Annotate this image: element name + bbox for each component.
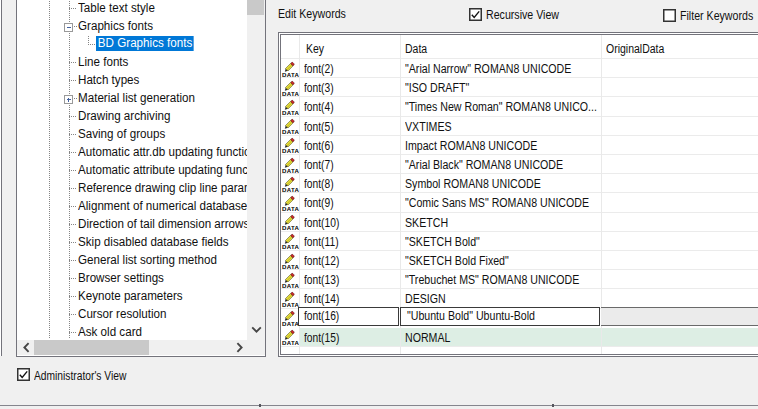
svg-text:DATA: DATA xyxy=(282,262,300,269)
svg-text:DATA: DATA xyxy=(282,243,300,250)
svg-text:DATA: DATA xyxy=(282,185,300,192)
svg-text:DATA: DATA xyxy=(282,224,300,231)
svg-text:DATA: DATA xyxy=(282,89,300,96)
svg-text:DATA: DATA xyxy=(282,301,300,308)
svg-text:DATA: DATA xyxy=(282,205,300,212)
svg-text:DATA: DATA xyxy=(282,147,300,154)
svg-text:DATA: DATA xyxy=(282,320,300,327)
svg-text:DATA: DATA xyxy=(282,339,300,346)
svg-text:DATA: DATA xyxy=(282,281,300,288)
svg-text:DATA: DATA xyxy=(282,70,300,77)
svg-text:DATA: DATA xyxy=(282,128,300,135)
svg-text:DATA: DATA xyxy=(282,109,300,116)
svg-text:DATA: DATA xyxy=(282,166,300,173)
